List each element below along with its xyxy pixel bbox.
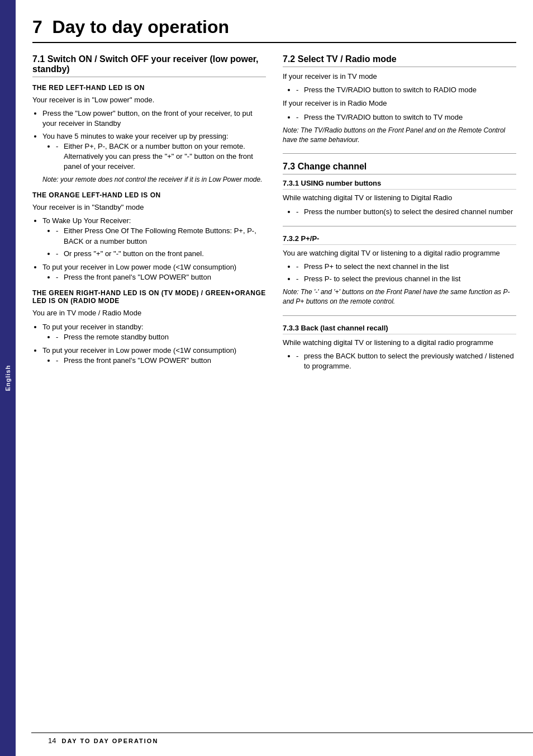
section-7-3-3-intro: While watching digital TV or listening t… bbox=[283, 338, 516, 348]
led2-heading: THE ORANGE LEFT-HAND LED IS ON bbox=[32, 191, 266, 199]
led2-dash1: Either Press One Of The Following Remote… bbox=[56, 226, 266, 246]
led2-dash2: Or press "+" or "-" button on the front … bbox=[56, 249, 266, 259]
led1-bullet1: Press the "Low power" button, on the fro… bbox=[42, 108, 266, 129]
right-column: 7.2 Select TV / Radio mode If your recei… bbox=[283, 54, 516, 380]
led2-bullet2: To put your receiver in Low power mode (… bbox=[42, 262, 266, 282]
led1-dash-list: Either P+, P-, BACK or a number button o… bbox=[56, 141, 266, 172]
tv-mode-intro: If your receiver is in TV mode bbox=[283, 72, 516, 82]
section-7-1-title: 7.1 Switch ON / Switch OFF your receiver… bbox=[32, 54, 266, 77]
section-7-3-2-number: 7.3.2 bbox=[283, 234, 299, 243]
section-7-3: 7.3 Change channel 7.3.1 USING number bu… bbox=[283, 162, 516, 371]
sidebar: English bbox=[0, 0, 16, 756]
divider-7-3-3 bbox=[283, 315, 516, 316]
divider-7-3-2 bbox=[283, 226, 516, 226]
section-7-3-2-dash1: Press P+ to select the next channel in t… bbox=[296, 262, 516, 272]
led2-bullet1: To Wake Up Your Receiver: Either Press O… bbox=[42, 216, 266, 259]
section-7-2: 7.2 Select TV / Radio mode If your recei… bbox=[283, 54, 516, 144]
led3-heading: THE GREEN RIGHT-HAND LED IS ON (TV MODE)… bbox=[32, 289, 266, 305]
section-7-3-3-dash1: press the BACK button to select the prev… bbox=[296, 351, 516, 371]
chapter-number: 7 bbox=[32, 17, 42, 37]
section-7-2-note: Note: The TV/Radio buttons on the Front … bbox=[283, 126, 516, 145]
section-7-3-1-dash1: Press the number button(s) to select the… bbox=[296, 207, 516, 217]
led3-dash1: Press the remote standby button bbox=[56, 332, 266, 342]
section-7-3-1-intro: While watching digital TV or listening t… bbox=[283, 193, 516, 203]
tv-mode-dash: Press the TV/RADIO button to switch to R… bbox=[296, 85, 516, 95]
section-7-2-text: Select TV / Radio mode bbox=[298, 54, 397, 64]
led2-dash-list-2: Press the front panel's "LOW POWER" butt… bbox=[56, 272, 266, 282]
divider-7-3 bbox=[283, 153, 516, 154]
section-7-1-text: Switch ON / Switch OFF your receiver (lo… bbox=[32, 54, 259, 74]
led3-dash-list-1: Press the remote standby button bbox=[56, 332, 266, 342]
main-content: 7 Day to day operation 7.1 Switch ON / S… bbox=[16, 0, 533, 756]
led2-intro: Your receiver is in "Standby" mode bbox=[32, 202, 266, 212]
led2-dash3: Press the front panel's "LOW POWER" butt… bbox=[56, 272, 266, 282]
footer-page-number: 14 bbox=[48, 736, 56, 745]
section-7-3-1-text: USING number buttons bbox=[301, 179, 382, 187]
tv-mode-dash-list: Press the TV/RADIO button to switch to R… bbox=[296, 85, 516, 95]
section-7-1: 7.1 Switch ON / Switch OFF your receiver… bbox=[32, 54, 266, 366]
left-column: 7.1 Switch ON / Switch OFF your receiver… bbox=[32, 54, 266, 380]
led1-dash1: Either P+, P-, BACK or a number button o… bbox=[56, 141, 266, 172]
two-column-layout: 7.1 Switch ON / Switch OFF your receiver… bbox=[32, 54, 516, 380]
section-7-3-2-title: 7.3.2 P+/P- bbox=[283, 234, 516, 245]
section-7-3-2-note: Note: The '-' and '+' buttons on the Fro… bbox=[283, 287, 516, 306]
section-7-3-3-title: 7.3.3 Back (last channel recall) bbox=[283, 324, 516, 334]
section-7-3-number: 7.3 bbox=[283, 162, 295, 171]
radio-mode-intro: If your receiver is in Radio Mode bbox=[283, 98, 516, 108]
page-footer: 14 DAY TO DAY OPERATION bbox=[31, 733, 533, 745]
section-7-3-title: 7.3 Change channel bbox=[283, 162, 516, 174]
led3-dash2: Press the front panel's "LOW POWER" butt… bbox=[56, 356, 266, 366]
section-7-3-2-intro: You are watching digital TV or listening… bbox=[283, 248, 516, 258]
chapter-heading: 7 Day to day operation bbox=[32, 17, 516, 43]
footer-chapter-label: DAY TO DAY OPERATION bbox=[61, 738, 158, 744]
section-7-3-2-text: P+/P- bbox=[301, 234, 320, 243]
section-7-3-2-dash-list: Press P+ to select the next channel in t… bbox=[296, 262, 516, 284]
section-7-2-number: 7.2 bbox=[283, 54, 295, 64]
led1-bullet-list: Press the "Low power" button, on the fro… bbox=[42, 108, 266, 185]
led3-intro: You are in TV mode / Radio Mode bbox=[32, 308, 266, 318]
section-7-3-3-number: 7.3.3 bbox=[283, 324, 299, 332]
radio-mode-dash-list: Press the TV/RADIO button to switch to T… bbox=[296, 112, 516, 122]
led1-intro: Your receiver is in "Low power" mode. bbox=[32, 95, 266, 105]
section-7-2-title: 7.2 Select TV / Radio mode bbox=[283, 54, 516, 67]
section-7-3-3-text: Back (last channel recall) bbox=[301, 324, 388, 332]
led3-bullet1: To put your receiver in standby: Press t… bbox=[42, 322, 266, 342]
led1-note: Note: your remote does not control the r… bbox=[42, 175, 266, 185]
section-7-3-1-dash-list: Press the number button(s) to select the… bbox=[296, 207, 516, 217]
led3-dash-list-2: Press the front panel's "LOW POWER" butt… bbox=[56, 356, 266, 366]
led2-bullet-list: To Wake Up Your Receiver: Either Press O… bbox=[42, 216, 266, 282]
section-7-3-3: 7.3.3 Back (last channel recall) While w… bbox=[283, 324, 516, 372]
led3-bullet-list: To put your receiver in standby: Press t… bbox=[42, 322, 266, 366]
section-7-3-1-title: 7.3.1 USING number buttons bbox=[283, 179, 516, 190]
radio-mode-dash: Press the TV/RADIO button to switch to T… bbox=[296, 112, 516, 122]
section-7-3-2-dash2: Press P- to select the previous channel … bbox=[296, 274, 516, 284]
section-7-3-3-dash-list: press the BACK button to select the prev… bbox=[296, 351, 516, 371]
section-7-3-2: 7.3.2 P+/P- You are watching digital TV … bbox=[283, 234, 516, 306]
led2-dash-list-1: Either Press One Of The Following Remote… bbox=[56, 226, 266, 259]
section-7-3-text: Change channel bbox=[298, 162, 367, 171]
led3-bullet2: To put your receiver in Low power mode (… bbox=[42, 346, 266, 366]
chapter-title: Day to day operation bbox=[53, 17, 230, 37]
section-7-3-1-number: 7.3.1 bbox=[283, 179, 299, 187]
led1-bullet2: You have 5 minutes to wake your receiver… bbox=[42, 131, 266, 185]
page-container: English 7 Day to day operation 7.1 Switc… bbox=[0, 0, 533, 756]
sidebar-label: English bbox=[4, 365, 11, 391]
section-7-1-number: 7.1 bbox=[32, 54, 45, 64]
led1-heading: THE RED LEFT-HAND LED IS ON bbox=[32, 84, 266, 92]
section-7-3-1: 7.3.1 USING number buttons While watchin… bbox=[283, 179, 516, 216]
